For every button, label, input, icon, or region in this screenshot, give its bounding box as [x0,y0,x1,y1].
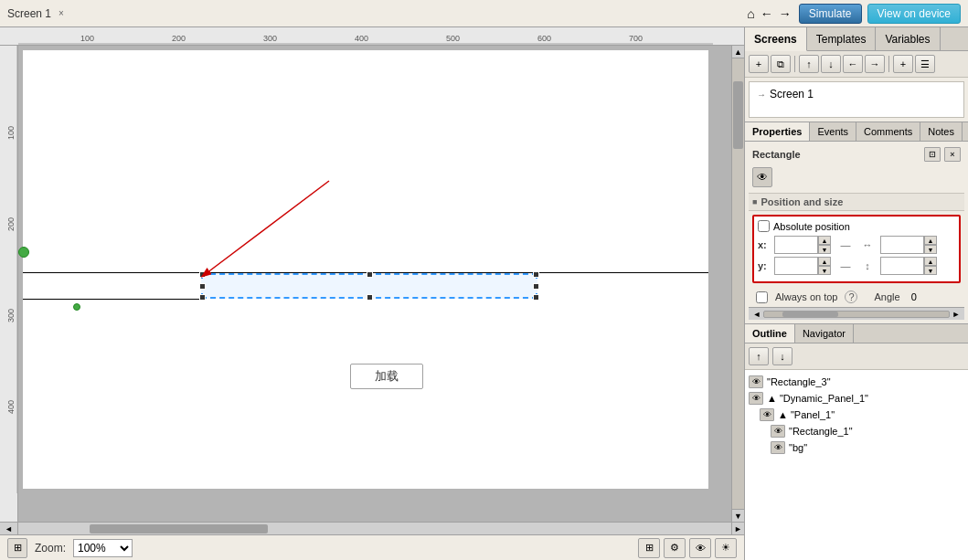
top-bar-icons: ⌂ ← → [747,6,791,21]
resize-handle-tr[interactable] [533,271,539,278]
duplicate-screen-btn[interactable]: ⧉ [771,55,791,73]
status-icons: ⊞ ⚙ 👁 ☀ [638,538,737,558]
move-up-btn[interactable]: ↑ [799,55,819,73]
back-icon[interactable]: ← [761,6,773,21]
resize-handle-ml[interactable] [199,283,206,290]
canvas-white [23,50,708,489]
settings-icon-btn[interactable]: ⚙ [664,538,686,558]
prop-scroll[interactable]: ◄ ► [749,307,964,320]
y-spin-down[interactable]: ▼ [818,266,831,275]
width-input[interactable]: 362 [880,236,924,254]
prop-tab-events[interactable]: Events [810,122,856,141]
height-spin-down[interactable]: ▼ [924,266,937,275]
close-tab-icon[interactable]: × [59,8,64,18]
outline-item-rect3[interactable]: 👁 "Rectangle_3" [749,374,964,390]
eye-panel1[interactable]: 👁 [760,408,774,421]
prop-tab-notes[interactable]: Notes [920,122,963,141]
width-spin-down[interactable]: ▼ [924,245,937,254]
x-arrow-icon: — [836,239,855,250]
right-panel: Screens Templates Variables + ⧉ ↑ ↓ ← → … [744,27,968,560]
y-input-group: 1 ▲ ▼ [774,257,831,275]
eye-dynpanel[interactable]: 👁 [749,392,763,405]
width-spin-up[interactable]: ▲ [924,236,937,245]
tab-variables[interactable]: Variables [876,27,940,50]
height-size-icon: ↕ [860,260,875,271]
green-dot-bottom [73,303,80,311]
drawing-area[interactable]: 加载 [18,46,731,522]
eye-bg[interactable]: 👁 [771,441,785,454]
eye-rect1[interactable]: 👁 [771,425,785,438]
scrollbar-right[interactable]: ▲ ▼ [731,46,744,522]
add-screen-btn[interactable]: + [749,55,769,73]
home-icon[interactable]: ⌂ [747,6,754,21]
width-size-icon: ↔ [860,239,875,250]
x-spin-up[interactable]: ▲ [818,236,831,245]
abs-pos-label: Absolute position [773,221,850,232]
tab-outline[interactable]: Outline [745,324,795,343]
horizontal-scrollbar[interactable]: ◄ ► [0,522,744,534]
section-pos-size: ■ Position and size [749,193,964,211]
move-right-btn[interactable]: → [865,55,885,73]
outline-down-btn[interactable]: ↓ [772,347,792,365]
x-input[interactable]: -362 [774,236,818,254]
add-child-btn[interactable]: + [893,55,913,73]
forward-icon[interactable]: → [779,6,792,21]
list-btn[interactable]: ☰ [915,55,935,73]
x-spin-down[interactable]: ▼ [818,245,831,254]
resize-handle-tl[interactable] [199,271,206,278]
resize-handle-bm[interactable] [367,294,373,301]
visibility-icon[interactable]: 👁 [752,167,772,187]
fit-icon[interactable]: ⊞ [7,538,27,558]
outline-item-bg[interactable]: 👁 "bg" [749,439,964,456]
simulate-button[interactable]: Simulate [799,4,862,24]
status-bar: ⊞ Zoom: 100% 75% 50% 150% 200% ⊞ ⚙ 👁 ☀ [0,534,744,560]
selected-rectangle[interactable] [201,273,537,299]
y-spin-up[interactable]: ▲ [818,257,831,266]
ruler-left: 100 200 300 400 [0,46,18,522]
prop-icon-2[interactable]: × [944,147,961,162]
outline-item-rect1[interactable]: 👁 "Rectangle_1" [749,423,964,439]
tree-arrow: → [757,90,766,100]
screens-toolbar: + ⧉ ↑ ↓ ← → + ☰ [745,51,968,78]
canvas-h-line-2 [23,299,206,300]
outline-up-btn[interactable]: ↑ [749,347,769,365]
tab-screens[interactable]: Screens [745,27,807,51]
resize-handle-mr[interactable] [533,283,539,290]
height-spin-up[interactable]: ▲ [924,257,937,266]
height-spin-btns: ▲ ▼ [924,257,937,275]
resize-handle-tm[interactable] [367,271,373,278]
width-spin-btns: ▲ ▼ [924,236,937,254]
resize-handle-bl[interactable] [199,294,206,301]
abs-pos-row: Absolute position [758,220,955,232]
y-input[interactable]: 1 [774,257,818,275]
green-dot-left [18,247,29,258]
eye-rect3[interactable]: 👁 [749,375,763,388]
tab-navigator[interactable]: Navigator [795,324,854,343]
screen-tree-item[interactable]: → Screen 1 [757,86,956,102]
help-icon[interactable]: ? [845,291,857,303]
always-on-top-checkbox[interactable] [756,291,768,303]
eye-icon-btn[interactable]: 👁 [689,538,711,558]
outline-tabs: Outline Navigator [745,323,968,343]
prop-tab-comments[interactable]: Comments [856,122,920,141]
grid-icon-btn[interactable]: ⊞ [638,538,660,558]
view-device-button[interactable]: View on device [867,4,962,24]
load-button[interactable]: 加载 [350,364,423,389]
tab-templates[interactable]: Templates [807,27,877,50]
move-left-btn[interactable]: ← [843,55,863,73]
outline-item-panel1[interactable]: 👁 ▲ "Panel_1" [749,407,964,423]
abs-pos-checkbox[interactable] [758,220,770,232]
collapse-icon[interactable]: ■ [752,197,757,206]
move-down-btn[interactable]: ↓ [821,55,841,73]
sun-icon-btn[interactable]: ☀ [715,538,737,558]
zoom-select[interactable]: 100% 75% 50% 150% 200% [73,539,133,557]
prop-tab-properties[interactable]: Properties [745,122,810,141]
height-input[interactable]: 30 [880,257,924,275]
scroll-thumb [782,312,838,317]
prop-icon-1[interactable]: ⊡ [924,147,941,162]
outline-item-dynpanel[interactable]: 👁 ▲ "Dynamic_Panel_1" [749,390,964,407]
scroll-track[interactable] [763,311,950,318]
canvas-area: 100 200 300 400 500 600 700 /* ruler tic… [0,27,744,560]
resize-handle-br[interactable] [533,294,539,301]
canvas-container: 100 200 300 400 [0,46,744,522]
